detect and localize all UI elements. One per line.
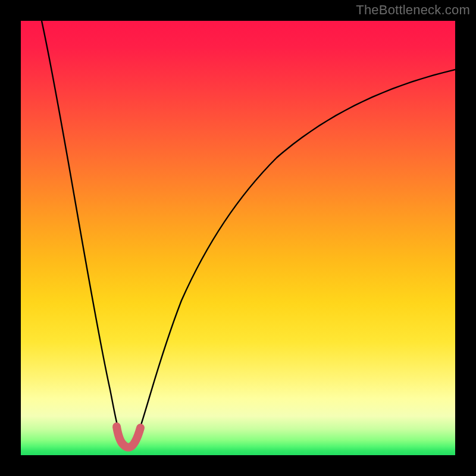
- attribution-label: TheBottleneck.com: [356, 2, 470, 18]
- chart-frame: TheBottleneck.com: [0, 0, 476, 476]
- optimal-range-marker: [117, 427, 140, 447]
- plot-area: [21, 21, 455, 455]
- curve-layer: [21, 21, 455, 455]
- bottleneck-curve: [42, 21, 455, 445]
